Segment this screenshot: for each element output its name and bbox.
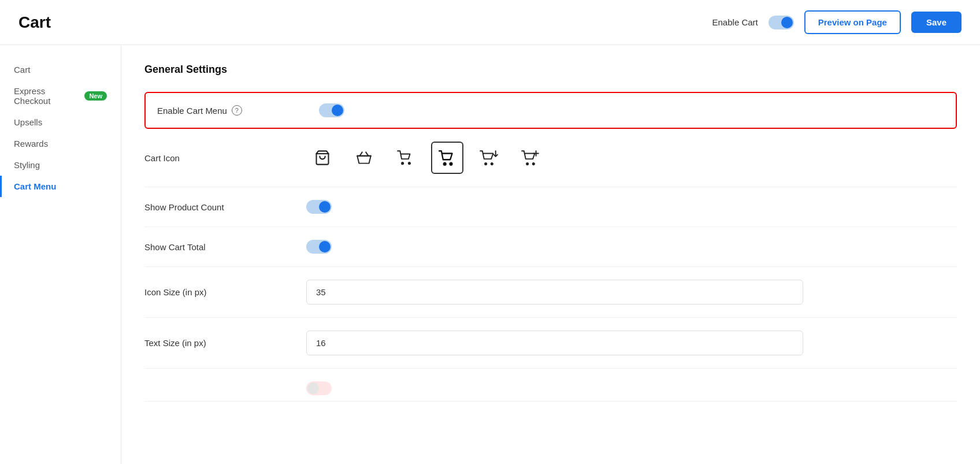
sidebar: Cart Express Checkout New Upsells Reward… xyxy=(0,45,121,464)
enable-cart-toggle[interactable] xyxy=(769,16,794,29)
text-size-control xyxy=(306,331,957,355)
svg-point-6 xyxy=(485,163,487,165)
sidebar-item-cart[interactable]: Cart xyxy=(0,59,121,80)
toggle-knob xyxy=(332,105,343,116)
sidebar-item-label: Express Checkout xyxy=(14,86,80,106)
icon-size-label: Icon Size (in px) xyxy=(144,287,306,297)
icon-size-text: Icon Size (in px) xyxy=(144,287,207,297)
sidebar-item-rewards[interactable]: Rewards xyxy=(0,133,121,154)
text-size-label: Text Size (in px) xyxy=(144,338,306,348)
page-header: Cart Enable Cart Preview on Page Save xyxy=(0,0,980,45)
cart-icon-option-basket[interactable] xyxy=(348,142,380,174)
sidebar-item-label: Rewards xyxy=(14,139,48,149)
sidebar-item-cart-menu[interactable]: Cart Menu xyxy=(0,176,121,197)
icon-size-input[interactable] xyxy=(306,280,803,305)
sidebar-item-styling[interactable]: Styling xyxy=(0,154,121,176)
show-cart-total-toggle[interactable] xyxy=(306,240,332,254)
show-product-count-control xyxy=(306,200,957,214)
cart-icon-option-cart-bold[interactable] xyxy=(431,142,463,174)
main-layout: Cart Express Checkout New Upsells Reward… xyxy=(0,45,980,464)
svg-point-10 xyxy=(533,163,534,165)
sidebar-item-label: Cart Menu xyxy=(14,181,56,191)
save-button[interactable]: Save xyxy=(911,12,962,33)
cart-icon-row: Cart Icon xyxy=(144,129,957,187)
cart-icon-text: Cart Icon xyxy=(144,153,180,163)
svg-point-3 xyxy=(409,162,410,164)
cart-icon-option-cart-plus[interactable] xyxy=(514,142,547,174)
main-content: General Settings Enable Cart Menu ? xyxy=(121,45,980,464)
text-size-input[interactable] xyxy=(306,331,803,355)
partial-row xyxy=(144,369,957,402)
sidebar-item-label: Upsells xyxy=(14,117,42,127)
show-cart-total-control xyxy=(306,240,957,254)
cart-icon-label: Cart Icon xyxy=(144,153,306,163)
partial-toggle[interactable] xyxy=(306,381,332,395)
cart-icon-option-cart-arrow[interactable] xyxy=(473,142,505,174)
show-product-count-toggle[interactable] xyxy=(306,200,332,214)
icon-size-row: Icon Size (in px) xyxy=(144,267,957,318)
preview-on-page-button[interactable]: Preview on Page xyxy=(804,10,901,34)
toggle-knob xyxy=(307,383,319,394)
toggle-knob xyxy=(781,17,793,28)
show-product-count-label: Show Product Count xyxy=(144,202,306,212)
svg-point-9 xyxy=(526,163,528,165)
settings-section: Enable Cart Menu ? Cart Icon xyxy=(144,92,957,402)
svg-point-2 xyxy=(402,162,403,164)
partial-row-control xyxy=(306,381,957,395)
enable-cart-label: Enable Cart xyxy=(712,17,758,27)
header-actions: Enable Cart Preview on Page Save xyxy=(712,10,962,34)
sidebar-item-label: Cart xyxy=(14,65,30,75)
cart-icon-option-bag[interactable] xyxy=(306,142,339,174)
cart-icon-option-cart-simple[interactable] xyxy=(389,142,422,174)
enable-cart-menu-row: Enable Cart Menu ? xyxy=(144,92,957,129)
enable-cart-menu-control xyxy=(319,103,944,117)
show-product-count-row: Show Product Count xyxy=(144,187,957,227)
icon-size-control xyxy=(306,280,957,305)
page-title: Cart xyxy=(18,13,51,32)
cart-icon-control xyxy=(306,142,957,174)
svg-point-7 xyxy=(491,163,493,165)
sidebar-item-express-checkout[interactable]: Express Checkout New xyxy=(0,80,121,112)
enable-cart-menu-text: Enable Cart Menu xyxy=(157,106,227,116)
toggle-knob xyxy=(319,201,331,213)
new-badge: New xyxy=(84,91,107,101)
svg-point-5 xyxy=(450,163,452,165)
text-size-text: Text Size (in px) xyxy=(144,338,206,348)
text-size-row: Text Size (in px) xyxy=(144,318,957,369)
section-title: General Settings xyxy=(144,64,957,76)
enable-cart-menu-label: Enable Cart Menu ? xyxy=(157,105,319,116)
sidebar-item-label: Styling xyxy=(14,160,40,170)
show-product-count-text: Show Product Count xyxy=(144,202,224,212)
show-cart-total-text: Show Cart Total xyxy=(144,242,206,252)
show-cart-total-row: Show Cart Total xyxy=(144,227,957,267)
enable-cart-menu-help-icon[interactable]: ? xyxy=(232,105,242,116)
sidebar-item-upsells[interactable]: Upsells xyxy=(0,112,121,133)
show-cart-total-label: Show Cart Total xyxy=(144,242,306,252)
svg-point-4 xyxy=(444,163,446,165)
enable-cart-menu-toggle[interactable] xyxy=(319,103,344,117)
toggle-knob xyxy=(319,241,331,253)
